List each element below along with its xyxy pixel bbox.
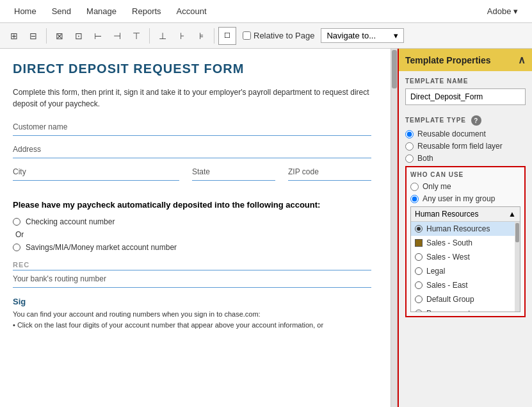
toolbar-icon-4[interactable]: ⊡ <box>70 27 88 45</box>
group-list-scroll-arrow: ▲ <box>508 210 516 219</box>
group-list-scrollbar[interactable] <box>515 222 520 311</box>
doc-field-city-label: City <box>13 167 179 176</box>
toolbar-icon-9[interactable]: ⊦ <box>173 27 191 45</box>
group-list-item[interactable]: Sales - East <box>411 278 520 292</box>
toolbar: ⊞ ⊟ ⊠ ⊡ ⊢ ⊣ ⊤ ⊥ ⊦ ⊧ ☐ Relative to Page N… <box>0 23 532 49</box>
navigate-dropdown[interactable]: Navigate to... ▾ <box>321 28 404 43</box>
toolbar-icon-8[interactable]: ⊥ <box>154 27 172 45</box>
doc-bold-text: Please have my paycheck automatically de… <box>13 200 371 210</box>
group-item-radio <box>415 267 423 275</box>
group-item-label: Sales - West <box>426 253 470 262</box>
group-list-header-text: Human Resources <box>415 210 478 219</box>
template-type-reusable-doc-radio[interactable] <box>405 130 414 138</box>
group-list-item[interactable]: Sales - South <box>411 236 520 250</box>
template-type-reusable-doc-label: Reusable document <box>417 129 486 138</box>
group-item-radio <box>415 295 423 303</box>
relative-to-page-toggle[interactable]: Relative to Page <box>243 31 314 40</box>
template-type-reusable-doc[interactable]: Reusable document <box>405 129 526 138</box>
group-item-label: Procurement <box>426 309 471 311</box>
group-item-label: Sales - South <box>426 238 472 247</box>
group-list-item[interactable]: Default Group <box>411 292 520 306</box>
template-name-label: TEMPLATE NAME <box>405 78 526 85</box>
toolbar-sep-2 <box>149 28 150 44</box>
who-can-use-label: WHO CAN USE <box>410 171 520 178</box>
panel-header: Template Properties ∧ <box>399 49 532 71</box>
main-area: DIRECT DEPOSIT REQUEST FORM Complete thi… <box>0 49 532 407</box>
toolbar-icon-7[interactable]: ⊤ <box>127 27 145 45</box>
template-type-form-field-label: Reusable form field layer <box>417 142 503 151</box>
adobe-menu[interactable]: Adobe ▾ <box>480 6 526 16</box>
group-list-scroll[interactable]: Human ResourcesSales - SouthSales - West… <box>411 222 520 311</box>
group-item-radio <box>415 253 423 261</box>
doc-field-state-label: State <box>192 167 275 176</box>
doc-field-address: Address <box>13 145 371 158</box>
toolbar-icon-10[interactable]: ⊧ <box>192 27 210 45</box>
doc-rec-label: REC <box>13 261 371 270</box>
doc-radio-checking: Checking account number <box>13 217 371 226</box>
right-panel: Template Properties ∧ TEMPLATE NAME TEMP… <box>398 49 532 407</box>
doc-field-address-label: Address <box>13 145 371 154</box>
who-can-use-only-me-radio[interactable] <box>410 183 419 191</box>
toolbar-icon-2[interactable]: ⊟ <box>24 27 42 45</box>
doc-small-text1: You can find your account and routing nu… <box>13 309 371 320</box>
doc-scrollbar[interactable] <box>391 49 397 407</box>
toolbar-checkbox-btn[interactable]: ☐ <box>218 27 236 45</box>
doc-field-zip-label: ZIP code <box>288 167 371 176</box>
doc-area: DIRECT DEPOSIT REQUEST FORM Complete thi… <box>0 49 398 407</box>
relative-to-page-label: Relative to Page <box>254 31 314 40</box>
menu-manage[interactable]: Manage <box>79 1 124 21</box>
panel-header-title: Template Properties <box>405 55 491 65</box>
panel-body: TEMPLATE NAME TEMPLATE TYPE ? Reusable d… <box>399 71 532 407</box>
doc-field-row-city-state-zip: City State ZIP code <box>13 167 371 190</box>
doc-radio-checking-circle[interactable] <box>13 218 20 226</box>
toolbar-icon-6[interactable]: ⊣ <box>108 27 126 45</box>
doc-radio-savings: Savings/MIA/Money market account number <box>13 243 371 252</box>
menu-send[interactable]: Send <box>44 1 79 21</box>
who-can-use-any-user-label: Any user in my group <box>423 194 495 203</box>
group-item-label: Default Group <box>426 295 474 304</box>
template-type-label: TEMPLATE TYPE ? <box>405 115 526 126</box>
doc-small-text2: • Click on the last four digits of your … <box>13 320 371 331</box>
who-can-use-section: WHO CAN USE Only me Any user in my group… <box>405 166 526 317</box>
doc-description: Complete this form, then print it, sign … <box>13 87 371 110</box>
who-can-use-any-user-radio[interactable] <box>410 195 419 203</box>
menu-account[interactable]: Account <box>169 1 214 21</box>
doc-field-customer-name-label: Customer name <box>13 122 371 131</box>
toolbar-icon-1[interactable]: ⊞ <box>5 27 23 45</box>
template-name-input[interactable] <box>405 88 526 105</box>
group-list-item[interactable]: Sales - West <box>411 250 520 264</box>
doc-sig-label: Sig <box>13 297 371 306</box>
who-can-use-any-user[interactable]: Any user in my group <box>410 194 520 203</box>
doc-field-state: State <box>192 167 275 181</box>
doc-field-customer-name: Customer name <box>13 122 371 136</box>
group-list-header: Human Resources ▲ <box>411 207 520 222</box>
relative-to-page-checkbox[interactable] <box>243 31 251 40</box>
template-type-both[interactable]: Both <box>405 154 526 163</box>
toolbar-sep-1 <box>46 28 47 44</box>
doc-field-city: City <box>13 167 179 181</box>
menu-home[interactable]: Home <box>6 1 44 21</box>
template-type-form-field-radio[interactable] <box>405 142 414 151</box>
group-list-items: Human ResourcesSales - SouthSales - West… <box>411 222 520 311</box>
doc-field-routing: Your bank's routing number <box>13 274 371 288</box>
doc-scrollbar-thumb[interactable] <box>392 50 397 88</box>
panel-close-button[interactable]: ∧ <box>518 54 526 66</box>
doc-radio-savings-label: Savings/MIA/Money market account number <box>26 243 177 252</box>
doc-radio-checking-label: Checking account number <box>26 217 115 226</box>
toolbar-icon-5[interactable]: ⊢ <box>89 27 107 45</box>
doc-title: DIRECT DEPOSIT REQUEST FORM <box>13 62 371 76</box>
group-list-item[interactable]: Legal <box>411 264 520 278</box>
group-list-scrollbar-thumb[interactable] <box>515 223 519 242</box>
group-list-item[interactable]: Human Resources <box>411 222 520 236</box>
doc-radio-savings-circle[interactable] <box>13 244 20 251</box>
template-type-both-label: Both <box>417 154 433 163</box>
template-type-both-radio[interactable] <box>405 154 414 163</box>
toolbar-icon-3[interactable]: ⊠ <box>51 27 69 45</box>
menu-reports[interactable]: Reports <box>124 1 169 21</box>
group-item-label: Legal <box>426 267 445 276</box>
template-type-help-icon[interactable]: ? <box>471 115 481 126</box>
template-type-form-field[interactable]: Reusable form field layer <box>405 142 526 151</box>
group-list-item[interactable]: Procurement <box>411 306 520 311</box>
menu-bar: Home Send Manage Reports Account Adobe ▾ <box>0 0 532 23</box>
who-can-use-only-me[interactable]: Only me <box>410 182 520 191</box>
